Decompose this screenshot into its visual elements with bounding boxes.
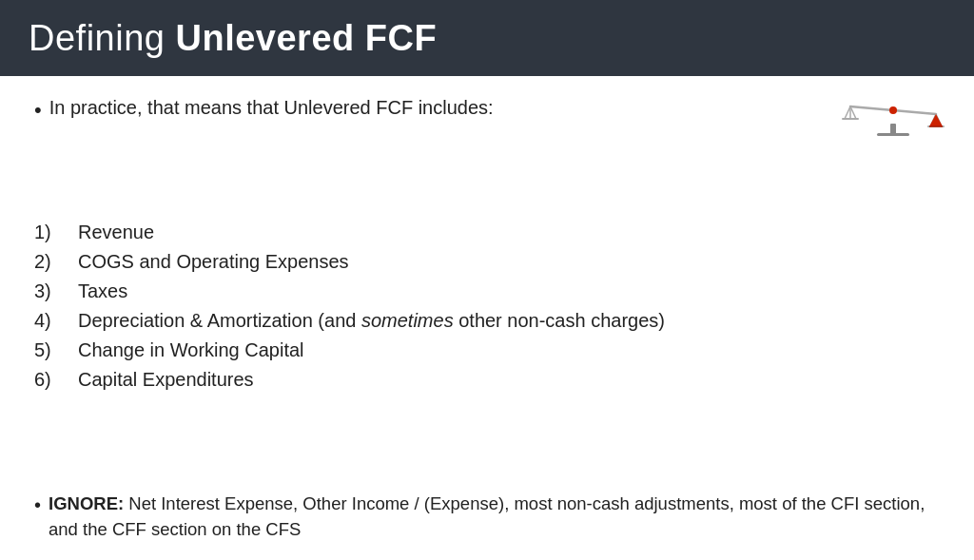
list-item: 4) Depreciation & Amortization (and some…: [34, 306, 940, 336]
da-text-after: other non-cash charges): [454, 310, 665, 331]
ignore-body-text: Net Interest Expense, Other Income / (Ex…: [49, 493, 925, 540]
ignore-section: • IGNORE: Net Interest Expense, Other In…: [34, 491, 940, 544]
svg-rect-1: [877, 133, 909, 136]
list-num-3: 3): [34, 277, 78, 306]
slide-content: • In practice, that means that Unlevered…: [0, 76, 974, 560]
numbered-list: 1) Revenue 2) COGS and Operating Expense…: [34, 218, 940, 395]
svg-line-5: [845, 106, 850, 119]
svg-marker-12: [929, 114, 943, 126]
list-text-4: Depreciation & Amortization (and sometim…: [78, 306, 665, 336]
list-num-6: 6): [34, 365, 78, 395]
list-text-6: Capital Expenditures: [78, 365, 254, 395]
da-text-before: Depreciation & Amortization (and: [78, 310, 361, 331]
list-item: 2) COGS and Operating Expenses: [34, 247, 940, 277]
slide-title: Defining Unlevered FCF: [29, 18, 437, 59]
slide-header: Defining Unlevered FCF: [0, 0, 974, 76]
list-text-3: Taxes: [78, 277, 127, 306]
list-item: 6) Capital Expenditures: [34, 365, 940, 395]
intro-bullet-dot: •: [34, 97, 42, 125]
list-num-4: 4): [34, 306, 78, 336]
ignore-text: IGNORE: Net Interest Expense, Other Inco…: [49, 491, 940, 544]
list-num-2: 2): [34, 247, 78, 277]
list-item: 3) Taxes: [34, 277, 940, 306]
list-item: 5) Change in Working Capital: [34, 336, 940, 365]
ignore-bold-label: IGNORE:: [49, 493, 124, 513]
title-normal: Defining: [29, 18, 175, 58]
ignore-bullet-dot: •: [34, 491, 41, 519]
intro-text: In practice, that means that Unlevered F…: [49, 97, 494, 119]
intro-bullet: • In practice, that means that Unlevered…: [34, 97, 940, 125]
list-num-5: 5): [34, 336, 78, 365]
svg-line-6: [850, 106, 856, 119]
da-text-italic: sometimes: [361, 310, 454, 331]
list-text-2: COGS and Operating Expenses: [78, 247, 349, 277]
scale-svg-graphic: [841, 86, 945, 138]
list-text-5: Change in Working Capital: [78, 336, 304, 365]
ignore-bullet-row: • IGNORE: Net Interest Expense, Other In…: [34, 491, 940, 544]
list-text-1: Revenue: [78, 218, 154, 247]
svg-point-3: [889, 106, 897, 114]
title-bold: Unlevered FCF: [175, 18, 437, 58]
scale-icon: [841, 86, 945, 138]
list-item: 1) Revenue: [34, 218, 940, 247]
slide: Defining Unlevered FCF: [0, 0, 974, 560]
list-num-1: 1): [34, 218, 78, 247]
